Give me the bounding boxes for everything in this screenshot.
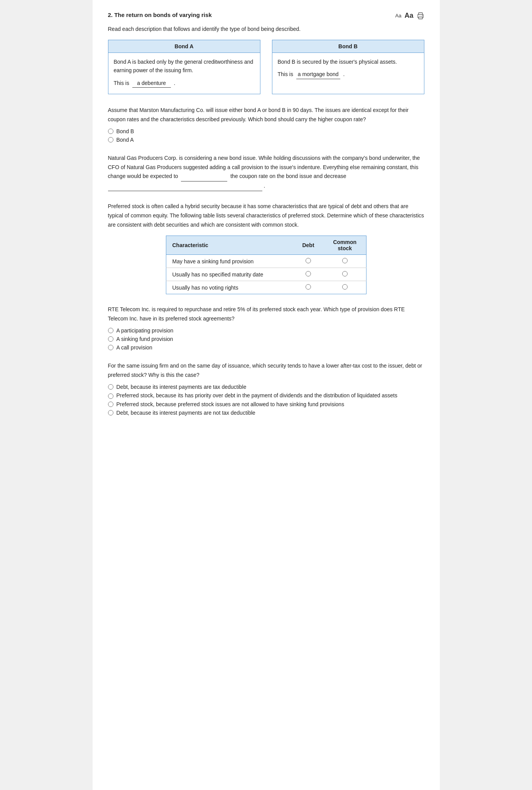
option-sinking-label: A sinking fund provision [117, 336, 173, 342]
option-bond-b-label: Bond B [117, 128, 134, 134]
bond-a-box: Bond A Bond A is backed only by the gene… [108, 40, 260, 94]
char-1: Usually has no specified maturity date [166, 268, 293, 281]
section-3-text: Preferred stock is often called a hybrid… [108, 202, 424, 229]
section-2-text: Natural Gas Producers Corp. is consideri… [108, 154, 424, 191]
option-bond-a-label: Bond A [117, 137, 134, 143]
section-5: For the same issuing firm and on the sam… [108, 361, 424, 416]
bond-b-this-is: This is a mortgage bond . [278, 70, 419, 79]
cs-radio-0[interactable] [324, 255, 366, 268]
section-1-option-1[interactable]: Bond A [108, 137, 424, 143]
option-debt-not-deductible-label: Debt, because its interest payments are … [117, 410, 255, 416]
section-2: Natural Gas Producers Corp. is consideri… [108, 154, 424, 191]
debt-radio-1[interactable] [293, 268, 324, 281]
bond-b-header: Bond B [272, 40, 424, 53]
section-4-option-1[interactable]: A sinking fund provision [108, 336, 424, 342]
question-number: 2. [108, 12, 113, 18]
option-participating-label: A participating provision [117, 327, 174, 334]
col-debt: Debt [293, 236, 324, 255]
bond-a-description: Bond A is backed only by the general cre… [114, 58, 255, 75]
bond-b-answer: a mortgage bond [296, 70, 340, 79]
bond-b-description: Bond B is secured by the issuer's physic… [278, 58, 419, 66]
bond-b-content: Bond B is secured by the issuer's physic… [272, 53, 424, 79]
section-1-option-0[interactable]: Bond B [108, 128, 424, 134]
radio-preferred-priority[interactable] [108, 393, 113, 399]
section-4: RTE Telecom Inc. is required to repurcha… [108, 305, 424, 351]
radio-sinking[interactable] [108, 336, 113, 342]
option-call-label: A call provision [117, 344, 152, 351]
section-4-option-2[interactable]: A call provision [108, 344, 424, 351]
cs-radio-2[interactable] [324, 281, 366, 294]
debt-radio-0[interactable] [293, 255, 324, 268]
section-5-text: For the same issuing firm and on the sam… [108, 361, 424, 380]
aa-large-button[interactable]: Aa [404, 12, 413, 20]
debt-circle-1[interactable] [306, 271, 311, 276]
option-preferred-sinking-label: Preferred stock, because preferred stock… [117, 401, 345, 407]
debt-circle-2[interactable] [306, 284, 311, 290]
section-3: Preferred stock is often called a hybrid… [108, 202, 424, 294]
option-debt-tax-deductible-label: Debt, because its interest payments are … [117, 384, 247, 390]
table-row: Usually has no specified maturity date [166, 268, 366, 281]
section-1-options: Bond B Bond A [108, 128, 424, 143]
page-title: 2. The return on bonds of varying risk [108, 12, 212, 18]
bond-a-header: Bond A [108, 40, 260, 53]
radio-bond-a[interactable] [108, 137, 113, 142]
section-1-text: Assume that Marston Manufacturing Co. wi… [108, 106, 424, 124]
char-0: May have a sinking fund provision [166, 255, 293, 268]
char-2: Usually has no voting rights [166, 281, 293, 294]
bond-b-box: Bond B Bond B is secured by the issuer's… [272, 40, 424, 94]
cs-circle-0[interactable] [342, 258, 348, 263]
col-common-stock: Common stock [324, 236, 366, 255]
section-5-option-2[interactable]: Preferred stock, because preferred stock… [108, 401, 424, 407]
radio-preferred-sinking[interactable] [108, 402, 113, 407]
characteristics-table: Characteristic Debt Common stock May hav… [166, 236, 366, 294]
bond-a-content: Bond A is backed only by the general cre… [108, 53, 260, 88]
svg-rect-1 [419, 17, 422, 19]
section-4-option-0[interactable]: A participating provision [108, 327, 424, 334]
section-4-text: RTE Telecom Inc. is required to repurcha… [108, 305, 424, 324]
table-row: Usually has no voting rights [166, 281, 366, 294]
section-5-option-3[interactable]: Debt, because its interest payments are … [108, 410, 424, 416]
section-5-options: Debt, because its interest payments are … [108, 384, 424, 416]
page: 2. The return on bonds of varying risk A… [93, 0, 440, 790]
radio-call[interactable] [108, 345, 113, 350]
bonds-container: Bond A Bond A is backed only by the gene… [108, 40, 424, 94]
section-2-blank-2[interactable] [108, 181, 262, 191]
radio-debt-not-deductible[interactable] [108, 410, 113, 415]
intro-text: Read each description that follows and i… [108, 26, 424, 32]
svg-rect-2 [419, 13, 422, 15]
cs-circle-1[interactable] [342, 271, 348, 276]
debt-circle-0[interactable] [306, 258, 311, 263]
font-controls: Aa Aa [395, 12, 424, 20]
option-preferred-priority-label: Preferred stock, because its has priorit… [117, 392, 397, 398]
cs-radio-1[interactable] [324, 268, 366, 281]
title-text: The return on bonds of varying risk [114, 12, 212, 18]
radio-bond-b[interactable] [108, 129, 113, 134]
cs-circle-2[interactable] [342, 284, 348, 290]
printer-icon[interactable] [417, 12, 424, 19]
page-header: 2. The return on bonds of varying risk A… [108, 12, 424, 20]
bond-a-answer: a debenture [132, 79, 171, 88]
svg-point-3 [422, 15, 423, 16]
section-5-option-1[interactable]: Preferred stock, because its has priorit… [108, 392, 424, 399]
aa-small-button[interactable]: Aa [395, 13, 402, 19]
section-1: Assume that Marston Manufacturing Co. wi… [108, 106, 424, 143]
bond-a-this-is: This is a debenture . [114, 79, 255, 88]
section-4-options: A participating provision A sinking fund… [108, 327, 424, 351]
debt-radio-2[interactable] [293, 281, 324, 294]
radio-participating[interactable] [108, 328, 113, 333]
radio-debt-tax-deductible[interactable] [108, 384, 113, 390]
table-row: May have a sinking fund provision [166, 255, 366, 268]
table-container: Characteristic Debt Common stock May hav… [108, 236, 424, 294]
section-5-option-0[interactable]: Debt, because its interest payments are … [108, 384, 424, 390]
section-2-blank-1[interactable] [181, 172, 227, 181]
col-characteristic: Characteristic [166, 236, 293, 255]
